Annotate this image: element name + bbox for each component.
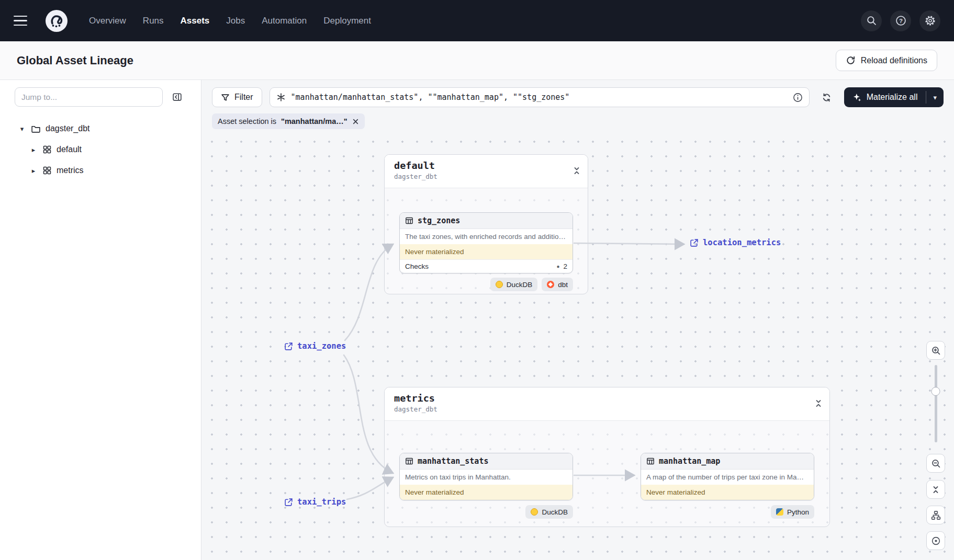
manhattan-stats-tags: DuckDB xyxy=(399,505,573,519)
page-title: Global Asset Lineage xyxy=(17,54,133,67)
asset-group-icon xyxy=(42,166,52,175)
collapse-all-groups-button[interactable] xyxy=(926,480,945,499)
table-icon xyxy=(646,457,655,465)
chip-close-button[interactable] xyxy=(352,118,359,125)
reload-definitions-button[interactable]: Reload definitions xyxy=(836,50,937,71)
asset-group-icon xyxy=(42,145,52,154)
caret-right-icon[interactable]: ▸ xyxy=(29,146,38,154)
nav-item-automation[interactable]: Automation xyxy=(262,16,307,26)
external-asset-taxi-zones[interactable]: taxi_zones xyxy=(284,341,346,351)
tag-dbt[interactable]: dbt xyxy=(542,278,573,291)
settings-button[interactable] xyxy=(919,10,940,31)
graph-layout-button[interactable] xyxy=(926,506,945,524)
reload-definitions-label: Reload definitions xyxy=(861,56,927,65)
hamburger-menu-icon[interactable] xyxy=(14,10,35,31)
external-link-icon xyxy=(690,238,699,247)
edge-stg-zones-location-metrics xyxy=(574,243,684,244)
tag-python[interactable]: Python xyxy=(771,505,814,519)
asset-selection-icon xyxy=(276,93,286,102)
nav-item-deployment[interactable]: Deployment xyxy=(323,16,371,26)
lineage-canvas[interactable]: default dagster_dbt metrics dagster_dbt xyxy=(201,133,954,560)
zoom-out-button[interactable] xyxy=(926,454,945,473)
zoom-out-icon xyxy=(931,459,941,468)
edge-taxi-zones-manhattan-stats xyxy=(344,355,393,473)
help-button[interactable]: ? xyxy=(890,10,911,31)
tree-item-label: default xyxy=(57,145,82,154)
caret-right-icon[interactable]: ▸ xyxy=(29,167,38,175)
tag-duckdb[interactable]: DuckDB xyxy=(490,278,538,291)
filter-icon xyxy=(221,93,230,102)
collapse-panel-button[interactable] xyxy=(167,88,186,107)
external-asset-label: location_metrics xyxy=(703,238,781,247)
asset-selection-input[interactable] xyxy=(291,93,788,102)
asset-tree-sidebar: ▾ dagster_dbt ▸ default ▸ xyxy=(0,80,201,560)
checks-count: 2 xyxy=(563,262,567,270)
tree-item-dagster-dbt[interactable]: ▾ dagster_dbt xyxy=(0,118,201,139)
reload-icon xyxy=(846,55,856,65)
refresh-button[interactable] xyxy=(817,87,837,107)
asset-selection-input-wrap xyxy=(270,87,810,107)
asset-checks-row[interactable]: Checks ● 2 xyxy=(400,259,573,273)
tree-item-label: dagster_dbt xyxy=(46,124,90,133)
asset-node-stg-zones[interactable]: stg_zones The taxi zones, with enriched … xyxy=(399,212,573,273)
gear-icon xyxy=(924,15,936,27)
tag-label: DuckDB xyxy=(542,508,568,516)
tag-label: dbt xyxy=(558,281,568,289)
manhattan-map-tags: Python xyxy=(641,505,814,519)
help-icon: ? xyxy=(895,15,906,26)
top-nav: Overview Runs Assets Jobs Automation Dep… xyxy=(0,0,954,41)
tree-item-metrics[interactable]: ▸ metrics xyxy=(0,160,201,181)
external-asset-location-metrics[interactable]: location_metrics xyxy=(690,238,781,247)
materialize-all-split-button: Materialize all ▾ xyxy=(844,87,944,107)
asset-group-tree: ▾ dagster_dbt ▸ default ▸ xyxy=(0,118,201,181)
external-link-icon xyxy=(284,498,293,507)
caret-down-icon[interactable]: ▾ xyxy=(18,125,26,133)
search-button[interactable] xyxy=(861,10,882,31)
zoom-slider-track xyxy=(935,365,937,442)
asset-node-manhattan-map[interactable]: manhattan_map A map of the number of tri… xyxy=(641,453,814,500)
tree-item-label: metrics xyxy=(57,166,84,175)
materialize-options-button[interactable]: ▾ xyxy=(926,87,944,107)
external-link-icon xyxy=(284,342,293,351)
nav-right-actions: ? xyxy=(861,10,940,31)
table-icon xyxy=(405,216,413,225)
nav-item-assets[interactable]: Assets xyxy=(181,16,210,26)
external-asset-label: taxi_zones xyxy=(297,341,346,351)
chip-prefix: Asset selection is xyxy=(218,117,276,125)
materialize-sparkle-icon xyxy=(852,93,861,102)
recenter-button[interactable] xyxy=(926,531,945,550)
stg-zones-tags: DuckDB dbt xyxy=(399,278,573,291)
external-asset-taxi-trips[interactable]: taxi_trips xyxy=(284,497,346,507)
asset-selection-chip[interactable]: Asset selection is "manhattan/ma…" xyxy=(212,113,365,129)
nav-item-overview[interactable]: Overview xyxy=(89,16,126,26)
filter-button[interactable]: Filter xyxy=(212,87,262,107)
info-icon[interactable] xyxy=(793,93,803,102)
jump-to-input[interactable] xyxy=(15,87,163,107)
table-icon xyxy=(405,457,413,465)
asset-description: A map of the number of trips per taxi zo… xyxy=(641,470,814,485)
asset-name: manhattan_stats xyxy=(418,456,488,466)
chevron-down-icon: ▾ xyxy=(933,94,937,101)
filter-label: Filter xyxy=(234,93,253,102)
asset-name: manhattan_map xyxy=(659,456,720,466)
duckdb-icon xyxy=(496,281,503,288)
zoom-slider-thumb[interactable] xyxy=(931,387,940,396)
zoom-slider[interactable] xyxy=(926,365,945,442)
tag-duckdb[interactable]: DuckDB xyxy=(525,505,573,519)
collapse-panel-icon xyxy=(172,92,182,102)
asset-node-manhattan-stats[interactable]: manhattan_stats Metrics on taxi trips in… xyxy=(399,453,573,500)
zoom-in-button[interactable] xyxy=(926,341,945,360)
asset-status-badge: Never materialized xyxy=(400,485,573,500)
graph-toolbar: Filter xyxy=(212,87,944,107)
materialize-all-label: Materialize all xyxy=(867,93,918,102)
asset-status-badge: Never materialized xyxy=(400,244,573,259)
dagster-logo-icon[interactable] xyxy=(45,9,68,32)
materialize-all-button[interactable]: Materialize all xyxy=(844,87,926,107)
graph-layout-icon xyxy=(931,510,941,520)
nav-item-runs[interactable]: Runs xyxy=(143,16,164,26)
tree-item-default[interactable]: ▸ default xyxy=(0,139,201,160)
nav-links: Overview Runs Assets Jobs Automation Dep… xyxy=(89,16,371,26)
nav-item-jobs[interactable]: Jobs xyxy=(226,16,245,26)
chip-value: "manhattan/ma…" xyxy=(281,117,347,125)
asset-status-badge: Never materialized xyxy=(641,485,814,500)
